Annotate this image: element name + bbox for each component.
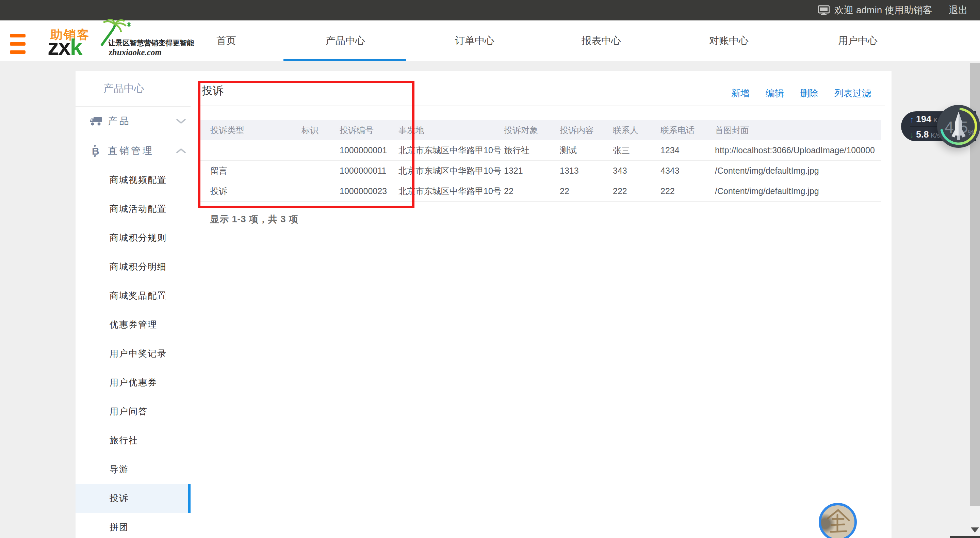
toolbar-actions: 新增 编辑 删除 列表过滤 — [731, 87, 871, 99]
svg-text:B: B — [92, 145, 99, 156]
brand-logo: 助销客 zxk 让景区智慧营销变得更智能 zhuxiaoke.com — [48, 21, 173, 61]
tab-order-center[interactable]: 订单中心 — [455, 21, 495, 61]
sidebar-item-mall-video-config[interactable]: 商城视频配置 — [76, 166, 191, 195]
pagination-summary: 显示 1-3 项，共 3 项 — [210, 213, 298, 225]
table-row[interactable]: 投诉 1000000023 北京市东城区中华路甲10号 22 22 222 22… — [199, 181, 881, 201]
tab-report-center[interactable]: 报表中心 — [582, 21, 621, 61]
chevron-down-icon — [176, 118, 186, 124]
bitcoin-icon: B — [90, 145, 102, 157]
sidebar-item-user-coupons[interactable]: 用户优惠券 — [76, 368, 191, 397]
welcome-message: 欢迎 admin 使用助销客 — [818, 4, 932, 17]
main-content-panel: 投诉 新增 编辑 删除 列表过滤 投诉类型 标识 投诉编号 事发地 投诉对象 投… — [191, 71, 891, 538]
sidebar-item-mall-prize-config[interactable]: 商城奖品配置 — [76, 281, 191, 310]
network-speed-widget[interactable]: ↑ 194 K/s ↓ 5.8 K/s 4 5 % — [901, 105, 980, 148]
sidebar-group-label: 直销管理 — [108, 144, 154, 157]
gauge-percent-sign: % — [968, 128, 975, 137]
up-arrow-icon: ↑ — [910, 115, 914, 124]
logo-zxk-text: zxk — [48, 34, 82, 60]
sidebar-group-label: 产品 — [108, 115, 131, 128]
col-header: 事发地 — [398, 125, 504, 136]
delete-button[interactable]: 删除 — [800, 87, 818, 99]
sidebar: 产品中心 产品 B 直销管理 商城视频配置 商城活动配置 商城积分规则 商城积分… — [76, 71, 191, 538]
sidebar-item-mall-points-detail[interactable]: 商城积分明细 — [76, 252, 191, 281]
col-header: 联系电话 — [660, 125, 715, 136]
app-header: 助销客 zxk 让景区智慧营销变得更智能 zhuxiaoke.com 首页 产品… — [0, 21, 980, 61]
sidebar-item-mall-points-rules[interactable]: 商城积分规则 — [76, 224, 191, 252]
sidebar-group-direct-sales[interactable]: B 直销管理 — [76, 136, 191, 166]
edit-button[interactable]: 编辑 — [765, 87, 784, 99]
tab-product-center[interactable]: 产品中心 — [326, 21, 365, 61]
sidebar-title: 产品中心 — [76, 71, 191, 107]
gauge-percent-left: 4 — [945, 118, 954, 136]
col-header: 投诉内容 — [560, 125, 613, 136]
sidebar-item-tour-guide[interactable]: 导游 — [76, 455, 191, 484]
page-title: 投诉 — [202, 83, 224, 98]
table-row[interactable]: 1000000001 北京市东城区中华路甲10号 旅行社 测试 张三 1234 … — [199, 140, 881, 161]
tab-user-center[interactable]: 用户中心 — [838, 21, 878, 61]
logout-button[interactable]: 退出 — [949, 4, 968, 17]
sidebar-item-mall-activity-config[interactable]: 商城活动配置 — [76, 195, 191, 224]
table-row[interactable]: 留言 1000000011 北京市东城区中华路甲10号 1321 1313 34… — [199, 161, 881, 181]
active-tab-indicator — [283, 59, 406, 61]
tab-reconcile-center[interactable]: 对账中心 — [709, 21, 749, 61]
monitor-icon — [818, 5, 830, 15]
floating-avatar-button[interactable] — [819, 503, 857, 538]
sidebar-item-user-qa[interactable]: 用户问答 — [76, 397, 191, 426]
list-filter-button[interactable]: 列表过滤 — [834, 87, 871, 99]
sidebar-group-product[interactable]: 产品 — [76, 107, 191, 136]
col-header: 投诉类型 — [210, 125, 301, 136]
add-button[interactable]: 新增 — [731, 87, 749, 99]
table-header-row: 投诉类型 标识 投诉编号 事发地 投诉对象 投诉内容 联系人 联系电话 首图封面 — [199, 120, 881, 140]
window-corner-strip — [950, 536, 980, 538]
chevron-up-icon — [176, 148, 186, 154]
top-status-bar: 欢迎 admin 使用助销客 退出 — [0, 0, 980, 21]
logo-tagline: 让景区智慧营销变得更智能 — [108, 38, 194, 48]
col-header: 联系人 — [613, 125, 660, 136]
title-divider — [199, 105, 885, 106]
sidebar-item-complaints[interactable]: 投诉 — [76, 484, 191, 513]
complaints-table: 投诉类型 标识 投诉编号 事发地 投诉对象 投诉内容 联系人 联系电话 首图封面… — [199, 120, 881, 201]
hamburger-icon — [10, 34, 25, 37]
col-header: 投诉对象 — [504, 125, 560, 136]
sidebar-item-group-buying[interactable]: 拼团 — [76, 513, 191, 538]
boost-gauge[interactable]: 4 5 % — [937, 105, 980, 148]
truck-icon — [90, 117, 102, 126]
logo-domain: zhuxiaoke.com — [109, 48, 162, 57]
sidebar-item-user-winning-records[interactable]: 用户中奖记录 — [76, 339, 191, 368]
down-arrow-icon: ↓ — [910, 130, 914, 140]
col-header: 首图封面 — [715, 125, 881, 136]
welcome-text: 欢迎 admin 使用助销客 — [834, 4, 932, 17]
col-header: 标识 — [301, 125, 340, 136]
app-root: { "topbar": { "welcome": "欢迎 admin 使用助销客… — [0, 0, 980, 538]
tab-home[interactable]: 首页 — [216, 21, 236, 61]
scroll-down-arrow-icon[interactable] — [971, 527, 979, 533]
sidebar-item-travel-agency[interactable]: 旅行社 — [76, 426, 191, 455]
sidebar-item-coupon-management[interactable]: 优惠券管理 — [76, 310, 191, 339]
hamburger-menu-button[interactable] — [0, 21, 36, 61]
handwritten-seal-icon — [821, 505, 854, 538]
col-header: 投诉编号 — [340, 125, 398, 136]
